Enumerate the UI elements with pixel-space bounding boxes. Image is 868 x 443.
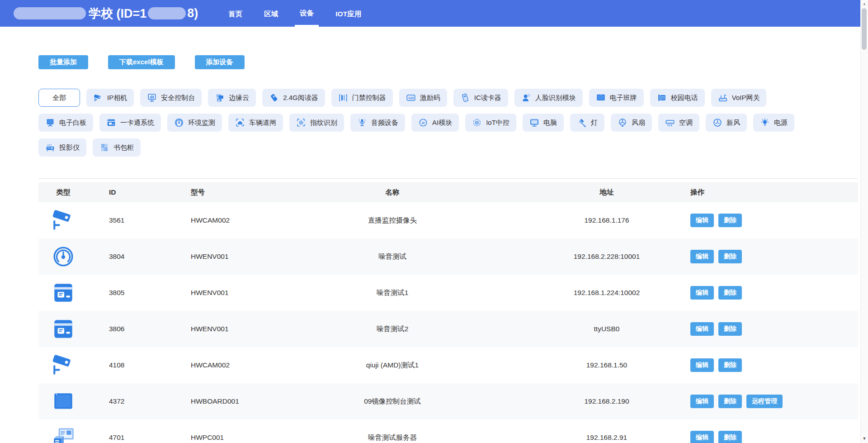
scrollbar-down-icon[interactable]: ▼ bbox=[861, 435, 868, 442]
remote-manage-button[interactable]: 远程管理 bbox=[746, 395, 783, 408]
filter-chip-label: 一卡通系统 bbox=[120, 119, 154, 127]
school-title-text: 学校 (ID=1 bbox=[89, 5, 146, 22]
filter-chip[interactable]: VoIP网关 bbox=[711, 89, 767, 107]
download-excel-template-button[interactable]: 下载excel模板 bbox=[108, 55, 175, 69]
filter-chip[interactable]: 环境监测 bbox=[167, 114, 222, 132]
row-actions: 编辑删除 bbox=[685, 250, 858, 263]
card-system-icon bbox=[51, 318, 75, 340]
env-monitor-icon bbox=[174, 118, 184, 128]
device-model: HWPC001 bbox=[170, 433, 256, 442]
filter-chip[interactable]: 灯 bbox=[570, 114, 604, 132]
filter-chip[interactable]: 校园电话 bbox=[650, 89, 705, 107]
table-row: 3806 HWENV001 噪音测试2 ttyUSB0 编辑删除 bbox=[38, 311, 858, 347]
device-id: 3806 bbox=[88, 325, 170, 333]
toolbar: 批量添加 下载excel模板 添加设备 bbox=[38, 55, 245, 69]
filter-chip-label: 安全控制台 bbox=[161, 94, 195, 102]
class-board-icon bbox=[596, 93, 606, 103]
table-row: 3804 HWENV001 噪音测试 192.168.2.228:10001 编… bbox=[38, 238, 858, 275]
add-device-button[interactable]: 添加设备 bbox=[195, 55, 245, 69]
filter-chip[interactable]: IoT中控 bbox=[465, 114, 516, 132]
device-name: 噪音测试 bbox=[256, 252, 528, 262]
filter-chip-label: 空调 bbox=[679, 119, 693, 127]
filter-chip[interactable]: 123 激励码 bbox=[399, 89, 447, 107]
filter-chip-label: 电子白板 bbox=[59, 119, 86, 127]
filter-chip-label: 激励码 bbox=[420, 94, 440, 102]
filter-chip-label: 门禁控制器 bbox=[352, 94, 386, 102]
svg-text:AI: AI bbox=[422, 121, 425, 124]
filter-chip-label: IoT中控 bbox=[486, 119, 509, 127]
filter-chip[interactable]: AI AI模块 bbox=[411, 114, 459, 132]
delete-button[interactable]: 删除 bbox=[718, 322, 742, 336]
device-model: HWENV001 bbox=[170, 252, 256, 261]
nav-item-home[interactable]: 首页 bbox=[223, 0, 247, 27]
filter-chip-label: 书包柜 bbox=[113, 143, 134, 152]
device-id: 4372 bbox=[88, 397, 170, 405]
filter-chip[interactable]: IC IC读卡器 bbox=[453, 89, 508, 107]
filter-chip[interactable]: 空调 bbox=[658, 114, 699, 132]
row-actions: 编辑删除 bbox=[685, 322, 858, 336]
filter-chip-label: 车辆道闸 bbox=[249, 119, 276, 127]
row-actions: 编辑删除 bbox=[685, 286, 858, 300]
filter-chip[interactable]: 新风 bbox=[706, 114, 747, 132]
filter-chip[interactable]: 一卡通系统 bbox=[99, 114, 161, 132]
device-address: 192.168.2.190 bbox=[528, 397, 685, 405]
delete-button[interactable]: 删除 bbox=[718, 358, 742, 372]
filter-chip[interactable]: 电子班牌 bbox=[589, 89, 644, 107]
voip-gateway-icon bbox=[718, 93, 728, 103]
edit-button[interactable]: 编辑 bbox=[690, 322, 714, 336]
batch-add-button[interactable]: 批量添加 bbox=[38, 55, 88, 69]
filter-chip[interactable]: 安全控制台 bbox=[140, 89, 202, 107]
delete-button[interactable]: 删除 bbox=[718, 214, 742, 227]
filter-chip[interactable]: 指纹识别 bbox=[289, 114, 344, 132]
device-address: 192.168.1.224:10002 bbox=[528, 289, 685, 297]
delete-button[interactable]: 删除 bbox=[718, 395, 742, 408]
device-id: 4108 bbox=[88, 361, 170, 369]
filter-chip[interactable]: 电源 bbox=[753, 114, 794, 132]
filter-chip[interactable]: 书包柜 bbox=[93, 138, 141, 157]
filter-chip[interactable]: 门禁控制器 bbox=[331, 89, 393, 107]
device-id: 3805 bbox=[88, 289, 170, 297]
filter-chip[interactable]: 电子白板 bbox=[38, 114, 93, 132]
filter-chip-label: IP相机 bbox=[107, 94, 127, 102]
delete-button[interactable]: 删除 bbox=[718, 431, 742, 443]
filter-chip[interactable]: 风扇 bbox=[611, 114, 652, 132]
filter-chip-label: 电脑 bbox=[543, 119, 557, 127]
filter-chip[interactable]: 人脸识别模块 bbox=[514, 89, 583, 107]
filter-chip-label: 灯 bbox=[591, 119, 598, 127]
censored-school-id bbox=[148, 7, 186, 19]
nav-item-device[interactable]: 设备 bbox=[295, 0, 319, 27]
filter-chip[interactable]: 电脑 bbox=[523, 114, 564, 132]
school-title-text-end: 8) bbox=[187, 6, 198, 20]
filter-chip[interactable]: 车辆道闸 bbox=[228, 114, 283, 132]
filter-chip[interactable]: 投影仪 bbox=[38, 138, 86, 157]
edit-button[interactable]: 编辑 bbox=[690, 214, 714, 227]
scrollbar-up-icon[interactable]: ▲ bbox=[861, 1, 868, 7]
nav-item-iot-app[interactable]: IOT应用 bbox=[330, 0, 366, 27]
nav-item-region[interactable]: 区域 bbox=[259, 0, 283, 27]
filter-chip[interactable]: 2.4G阅读器 bbox=[262, 89, 325, 107]
edit-button[interactable]: 编辑 bbox=[690, 286, 714, 300]
access-controller-icon bbox=[338, 93, 348, 103]
filter-chip-label: IC读卡器 bbox=[474, 94, 501, 102]
fan-icon bbox=[618, 118, 627, 128]
column-header-actions: 操作 bbox=[685, 188, 858, 197]
filter-chip-label: 音频设备 bbox=[371, 119, 398, 127]
device-address: 192.168.2.91 bbox=[528, 433, 685, 442]
filter-chip[interactable]: 音频设备 bbox=[350, 114, 405, 132]
device-model: HWENV001 bbox=[170, 289, 256, 297]
scrollbar-thumb[interactable] bbox=[862, 8, 867, 50]
delete-button[interactable]: 删除 bbox=[718, 250, 742, 263]
edit-button[interactable]: 编辑 bbox=[690, 395, 714, 408]
delete-button[interactable]: 删除 bbox=[718, 286, 742, 300]
page-scrollbar[interactable]: ▲ ▼ bbox=[860, 0, 868, 443]
edit-button[interactable]: 编辑 bbox=[690, 358, 714, 372]
filter-chip[interactable]: IP相机 bbox=[86, 89, 134, 107]
row-actions: 编辑删除 bbox=[685, 214, 858, 227]
filter-chip[interactable]: 边缘云 bbox=[208, 89, 256, 107]
projector-icon bbox=[45, 143, 55, 152]
row-actions: 编辑删除 bbox=[685, 431, 858, 443]
edit-button[interactable]: 编辑 bbox=[690, 250, 714, 263]
filter-chip[interactable]: 全部 bbox=[38, 89, 80, 107]
edit-button[interactable]: 编辑 bbox=[690, 431, 714, 443]
main-nav: 首页 区域 设备 IOT应用 bbox=[223, 0, 378, 27]
